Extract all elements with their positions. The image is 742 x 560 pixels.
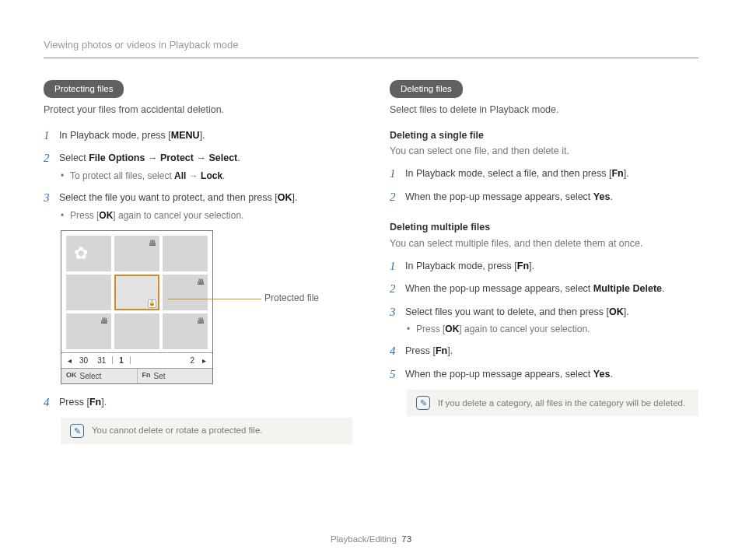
subtext: You can select one file, and then delete… (390, 144, 698, 159)
leaf-icon: ✿ (74, 240, 88, 266)
intro-text: Protect your files from accidental delet… (44, 103, 352, 117)
fn-button-label: Fn (436, 345, 447, 356)
text: ]. (624, 306, 629, 317)
subtext: You can select multiple files, and then … (390, 236, 698, 251)
text: Select (59, 152, 89, 163)
printer-icon: 🖶 (149, 237, 156, 249)
lock-icon: 🔒 (148, 299, 156, 308)
step-number: 4 (44, 395, 59, 411)
bold: Multiple Delete (593, 283, 662, 294)
thumb (163, 236, 208, 271)
printer-icon: 🖶 (197, 276, 205, 288)
text: ]. (292, 192, 297, 203)
date: 30 (75, 355, 93, 366)
subheading: Deleting a single file (390, 128, 698, 143)
thumb-selected: 🔒 (114, 275, 159, 310)
note-text: You cannot delete or rotate a protected … (92, 424, 263, 437)
illustration: ✿ 🖶 🔒 🖶 🖶 🖶 (61, 230, 352, 384)
fn-key: Fn (142, 370, 151, 381)
step-number: 4 (390, 344, 405, 359)
text: ] again to cancel your selection. (459, 324, 590, 334)
step-2: 2 Select File Options → Protect → Select… (44, 151, 352, 183)
text: . (222, 170, 225, 181)
illustration-footer: OKSelect FnSet (61, 368, 212, 383)
page-number: 73 (401, 534, 411, 544)
thumb (114, 313, 159, 349)
text: In Playback mode, select a file, and the… (405, 168, 611, 179)
printer-icon: 🖶 (100, 315, 108, 327)
callout-line (168, 299, 261, 299)
bold: Select (208, 152, 237, 163)
ok-button-label: OK (278, 192, 292, 203)
date-selected: 1 (114, 355, 128, 366)
step-2: 2 When the pop-up message appears, selec… (390, 282, 698, 297)
thumb: 🖶 (163, 313, 208, 349)
label: Select (80, 370, 102, 382)
step-number: 2 (44, 151, 59, 166)
text: ]. (529, 261, 534, 271)
text: . (610, 369, 612, 380)
substep: Press [OK] again to cancel your selectio… (405, 322, 698, 336)
step-number: 3 (44, 191, 59, 206)
note-box: ✎ If you delete a category, all files in… (407, 390, 698, 416)
step-number: 2 (390, 190, 405, 205)
step-2: 2 When the pop-up message appears, selec… (390, 190, 698, 205)
topic-badge-deleting: Deleting files (390, 80, 463, 98)
section-name: Playback/Editing (331, 534, 397, 544)
bold: File Options (89, 152, 145, 163)
text: ]. (624, 168, 629, 179)
step-4: 4 Press [Fn]. (390, 344, 698, 359)
thumb: ✿ (66, 236, 111, 271)
step-1: 1 In Playback mode, press [MENU]. (44, 128, 352, 144)
note-box: ✎ You cannot delete or rotate a protecte… (61, 418, 352, 444)
step-5: 5 When the pop-up message appears, selec… (390, 367, 698, 383)
intro-text: Select files to delete in Playback mode. (390, 103, 698, 117)
arrow: → (145, 152, 159, 163)
date: 2 (185, 355, 199, 366)
ok-button-label: OK (99, 210, 113, 221)
note-icon: ✎ (416, 396, 430, 410)
bold: Yes (593, 191, 611, 202)
note-text: If you delete a category, all files in t… (438, 397, 685, 410)
date-bar: ◂ 30 31 1 2 ▸ (61, 352, 212, 368)
label: Set (154, 370, 166, 382)
substep: To protect all files, select All → Lock. (59, 169, 352, 183)
text: . (662, 283, 664, 294)
step-1: 1 In Playback mode, select a file, and t… (390, 166, 698, 182)
bold: Yes (593, 369, 611, 380)
thumb (66, 275, 111, 310)
step-3: 3 Select files you want to delete, and t… (390, 305, 698, 337)
thumb: 🖶 (66, 313, 111, 349)
text: In Playback mode, press [ (59, 130, 171, 141)
text: In Playback mode, press [ (405, 261, 517, 271)
date: 31 (93, 355, 110, 366)
note-icon: ✎ (70, 424, 84, 438)
page-footer: Playback/Editing 73 (0, 533, 742, 546)
callout-label: Protected file (264, 291, 319, 305)
step-3: 3 Select the file you want to protect, a… (44, 191, 352, 222)
text: Press [ (405, 345, 436, 356)
text: To protect all files, select (70, 170, 174, 181)
step-number: 1 (390, 259, 405, 275)
text: ] again to cancel your selection. (113, 210, 243, 221)
bold: All (174, 170, 186, 181)
text: ]. (101, 397, 107, 408)
bold: Lock (201, 170, 222, 181)
step-number: 1 (390, 166, 405, 182)
fn-button-label: Fn (89, 397, 101, 408)
step-1: 1 In Playback mode, press [Fn]. (390, 259, 698, 275)
step-number: 3 (390, 305, 405, 320)
text: Press [ (70, 210, 99, 221)
menu-button-label: MENU (171, 130, 200, 141)
right-column: Deleting files Select files to delete in… (390, 80, 698, 445)
step-number: 5 (390, 367, 405, 383)
left-column: Protecting files Protect your files from… (44, 80, 352, 445)
substep: Press [OK] again to cancel your selectio… (59, 208, 352, 222)
ok-key: OK (66, 370, 77, 381)
ok-button-label: OK (609, 306, 624, 317)
arrow: → (194, 152, 208, 163)
text: Select files you want to delete, and the… (405, 306, 609, 317)
text: Select the file you want to protect, and… (59, 192, 278, 203)
thumb: 🖶 (163, 275, 208, 310)
arrow: → (186, 170, 201, 181)
